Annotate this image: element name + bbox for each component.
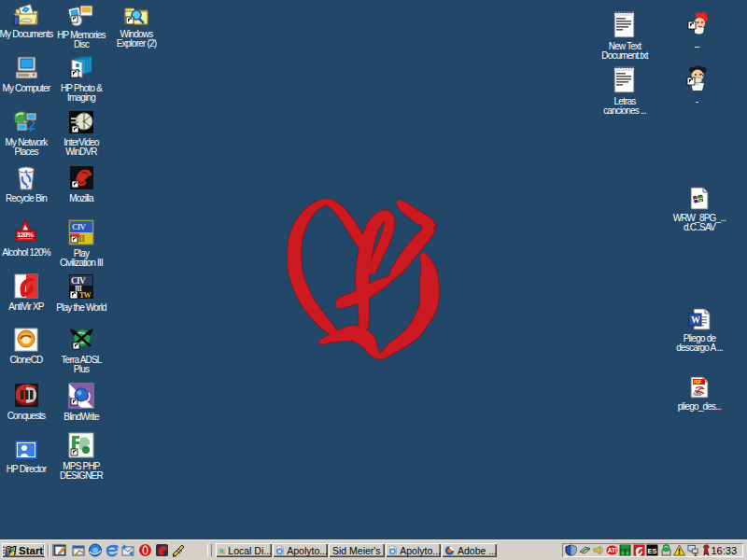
svg-text:ES: ES bbox=[648, 547, 657, 555]
svg-text:120%: 120% bbox=[17, 231, 34, 239]
svg-text:CIV: CIV bbox=[72, 222, 86, 231]
svg-text:Adobe: Adobe bbox=[693, 392, 702, 397]
svg-text:W: W bbox=[691, 315, 700, 325]
svg-text:PDF: PDF bbox=[694, 379, 701, 385]
svg-text:ATI: ATI bbox=[607, 547, 616, 553]
svg-text:TW: TW bbox=[79, 291, 92, 300]
